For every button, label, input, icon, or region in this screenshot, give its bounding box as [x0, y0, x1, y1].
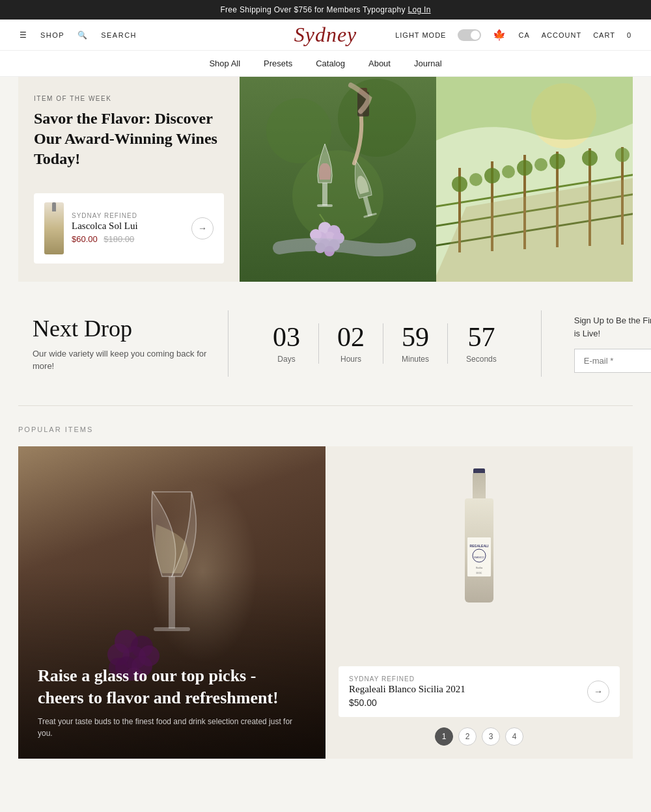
hero-right-image — [436, 77, 633, 282]
timer-hours-label: Hours — [337, 355, 365, 364]
next-drop-heading: Next Drop — [33, 315, 215, 342]
nav-shop-all[interactable]: Shop All — [209, 59, 240, 68]
banner-text: Free Shipping Over $756 for Members — [220, 5, 360, 14]
product-image — [44, 202, 64, 254]
svg-rect-15 — [317, 204, 333, 207]
light-mode-label: LIGHT MODE — [395, 31, 446, 39]
flag-icon: 🍁 — [493, 29, 506, 41]
site-logo[interactable]: Sydney — [294, 23, 357, 47]
hero-right-visual — [436, 77, 633, 282]
timer-days-number: 03 — [273, 323, 300, 351]
timer-seconds-number: 57 — [466, 323, 497, 351]
hero-center-image — [240, 77, 436, 282]
popular-product-info: SYDNAY REFINED Regaleali Blanco Sicilia … — [349, 675, 581, 708]
popular-left-content: Raise a glass to our top picks - cheers … — [38, 665, 306, 739]
svg-point-32 — [517, 160, 533, 176]
bottle-label: REGALEALI BIANCO Sicilia DOC — [467, 537, 491, 576]
svg-text:Sicilia: Sicilia — [476, 566, 483, 569]
popular-product-card: SYDNAY REFINED Regaleali Blanco Sicilia … — [339, 666, 620, 717]
wine-scene-svg — [260, 79, 416, 280]
signup-box: Sign Up to Be the First to Know When the… — [555, 308, 651, 379]
shop-label[interactable]: SHOP — [40, 31, 64, 39]
page-btn-1[interactable]: 1 — [435, 727, 453, 746]
svg-point-35 — [582, 150, 598, 166]
timer-minutes-label: Minutes — [402, 355, 429, 364]
svg-point-33 — [534, 158, 547, 171]
timer-hours: 02 Hours — [319, 323, 383, 364]
popular-product-section: SYDNAY REFINED Regaleali Blanco Sicilia … — [339, 666, 620, 746]
timer-days-label: Days — [273, 355, 300, 364]
popular-left-panel: Raise a glass to our top picks - cheers … — [18, 446, 326, 759]
countdown-section: Next Drop Our wide variety will keep you… — [0, 282, 651, 405]
product-brand: SYDNAY REFINED — [72, 212, 184, 219]
page-btn-2[interactable]: 2 — [458, 727, 477, 746]
svg-point-29 — [469, 173, 482, 186]
next-drop-text: Next Drop Our wide variety will keep you… — [33, 315, 215, 373]
product-arrow-button[interactable]: → — [191, 217, 214, 239]
product-price-original: $180.00 — [104, 234, 134, 244]
timer-seconds: 57 Seconds — [448, 323, 515, 364]
light-mode-toggle[interactable] — [458, 29, 481, 41]
search-icon[interactable]: 🔍 — [77, 31, 88, 40]
banner-login-link[interactable]: Log In — [408, 5, 430, 14]
timer-minutes-number: 59 — [402, 323, 429, 351]
svg-text:BIANCO: BIANCO — [474, 556, 484, 559]
timer-seconds-label: Seconds — [466, 355, 497, 364]
popular-right-panel: REGALEALI BIANCO Sicilia DOC SYDNAY REFI… — [326, 446, 633, 759]
nav-about[interactable]: About — [368, 59, 391, 68]
cart-count: 0 — [627, 31, 631, 39]
svg-text:DOC: DOC — [477, 571, 482, 575]
svg-text:REGALEALI: REGALEALI — [470, 544, 490, 548]
popular-product-arrow-button[interactable]: → — [587, 681, 609, 703]
svg-rect-39 — [154, 627, 190, 631]
banner-typography: Typography — [363, 5, 406, 14]
header-right: LIGHT MODE 🍁 CA ACCOUNT CART 0 — [395, 29, 631, 41]
product-price-sale: $60.00 — [72, 234, 98, 244]
email-input[interactable] — [574, 349, 651, 373]
header-left: ☰ SHOP 🔍 SEARCH — [20, 31, 137, 40]
hamburger-icon[interactable]: ☰ — [20, 31, 27, 40]
pagination: 1 2 3 4 — [339, 727, 620, 746]
svg-rect-14 — [322, 183, 327, 206]
hero-grid: ITEM OF THE WEEK Savor the Flavor: Disco… — [18, 77, 633, 282]
hero-title: Savor the Flavor: Discover Our Award-Win… — [34, 109, 224, 170]
svg-rect-38 — [169, 576, 175, 629]
label-art: REGALEALI BIANCO Sicilia DOC — [467, 537, 491, 576]
popular-section: POPULAR ITEMS — [0, 406, 651, 778]
popular-product-name: Regaleali Blanco Sicilia 2021 — [349, 684, 581, 695]
nav-journal[interactable]: Journal — [414, 59, 442, 68]
cart-label[interactable]: CART — [593, 31, 615, 39]
page-btn-3[interactable]: 3 — [482, 727, 500, 746]
main-nav: Shop All Presets Catalog About Journal — [0, 51, 651, 77]
svg-point-31 — [502, 165, 515, 178]
popular-left-subtitle: Treat your taste buds to the finest food… — [38, 716, 306, 739]
svg-point-28 — [452, 176, 467, 192]
svg-point-1 — [338, 79, 416, 157]
popular-left-title: Raise a glass to our top picks - cheers … — [38, 665, 306, 709]
header: ☰ SHOP 🔍 SEARCH Sydney LIGHT MODE 🍁 CA A… — [0, 20, 651, 51]
svg-point-30 — [484, 168, 500, 183]
item-week-label: ITEM OF THE WEEK — [34, 95, 224, 102]
popular-grid: Raise a glass to our top picks - cheers … — [18, 446, 633, 759]
product-name: Lascolca Sol Lui — [72, 221, 184, 232]
page-btn-4[interactable]: 4 — [505, 727, 523, 746]
bottle-body: REGALEALI BIANCO Sicilia DOC — [465, 498, 493, 602]
vineyard-svg — [436, 77, 633, 282]
hero-left-panel: ITEM OF THE WEEK Savor the Flavor: Disco… — [18, 77, 240, 282]
timer-days: 03 Days — [255, 323, 319, 364]
nav-catalog[interactable]: Catalog — [316, 59, 345, 68]
popular-label: POPULAR ITEMS — [18, 426, 633, 433]
account-label[interactable]: ACCOUNT — [542, 31, 581, 39]
featured-product-card: SYDNAY REFINED Lascolca Sol Lui $60.00 $… — [34, 193, 224, 264]
countdown-timer: 03 Days 02 Hours 59 Minutes 57 Seconds — [228, 310, 542, 377]
svg-point-36 — [615, 148, 630, 162]
signup-text: Sign Up to Be the First to Know When the… — [574, 314, 651, 340]
search-label[interactable]: SEARCH — [101, 31, 137, 39]
wine-bottle-illustration: REGALEALI BIANCO Sicilia DOC — [460, 472, 499, 602]
bottle-neck — [473, 473, 486, 502]
nav-presets[interactable]: Presets — [264, 59, 292, 68]
timer-hours-number: 02 — [337, 323, 365, 351]
next-drop-description: Our wide variety will keep you coming ba… — [33, 347, 215, 373]
product-info: SYDNAY REFINED Lascolca Sol Lui $60.00 $… — [72, 212, 184, 245]
timer-minutes: 59 Minutes — [383, 323, 448, 364]
